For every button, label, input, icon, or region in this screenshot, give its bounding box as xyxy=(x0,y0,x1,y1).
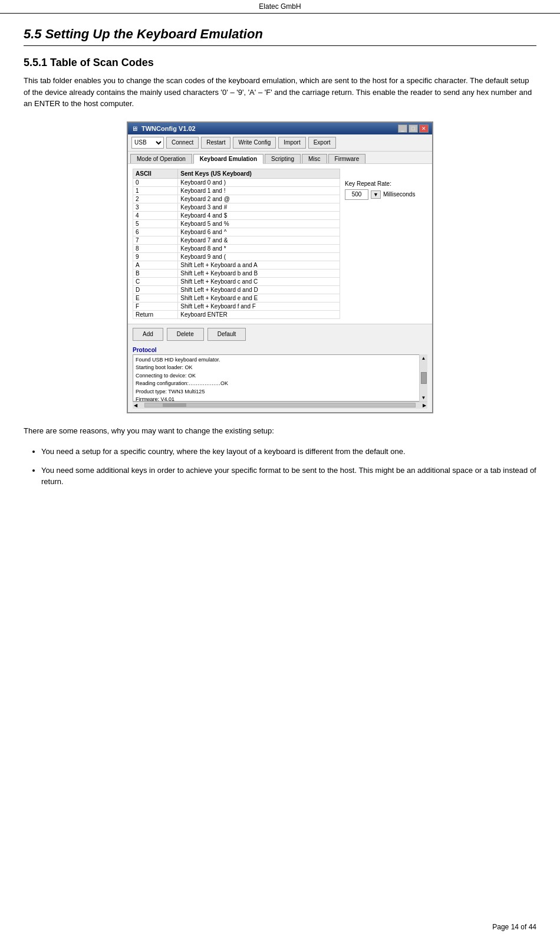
import-button[interactable]: Import xyxy=(278,137,305,149)
sent-keys-cell: Keyboard 3 and # xyxy=(178,203,340,211)
table-row: CShift Left + Keyboard c and C xyxy=(133,277,340,285)
ascii-cell: 2 xyxy=(133,195,178,203)
protocol-line: Firmware: V4.01 xyxy=(136,396,419,402)
scan-table: ASCII Sent Keys (US Keyboard) 0Keyboard … xyxy=(133,169,340,319)
sent-keys-cell: Shift Left + Keyboard f and F xyxy=(178,302,340,310)
table-row: BShift Left + Keyboard b and B xyxy=(133,269,340,277)
sent-keys-cell: Keyboard 2 and @ xyxy=(178,195,340,203)
intro-text: This tab folder enables you to change th… xyxy=(24,75,536,110)
protocol-line: Product type: TWN3 Multi125 xyxy=(136,388,419,396)
col-sent-keys: Sent Keys (US Keyboard) xyxy=(178,169,340,178)
protocol-box: Found USB HID keyboard emulator.Starting… xyxy=(133,354,427,402)
sent-keys-cell: Shift Left + Keyboard a and A xyxy=(178,261,340,269)
sent-keys-cell: Keyboard 7 and & xyxy=(178,236,340,244)
side-panel: Key Repeat Rate: ▼ Milliseconds xyxy=(345,169,427,319)
header-bar: Elatec GmbH xyxy=(0,0,560,14)
tab-keyboard-emulation[interactable]: Keyboard Emulation xyxy=(193,154,263,164)
write-config-button[interactable]: Write Config xyxy=(233,137,276,149)
sent-keys-cell: Keyboard 5 and % xyxy=(178,219,340,228)
window-title: TWNConfig V1.02 xyxy=(141,125,196,132)
milliseconds-label: Milliseconds xyxy=(383,191,415,198)
table-row: FShift Left + Keyboard f and F xyxy=(133,302,340,310)
protocol-line: Reading configuration:………………OK xyxy=(136,380,419,388)
ascii-cell: 0 xyxy=(133,178,178,186)
ascii-cell: 9 xyxy=(133,252,178,261)
connection-select[interactable]: USB xyxy=(131,137,164,149)
toolbar: USB Connect Restart Write Config Import … xyxy=(128,134,432,152)
key-repeat-label: Key Repeat Rate: xyxy=(345,180,391,187)
sent-keys-cell: Keyboard 8 and * xyxy=(178,244,340,252)
title-bar: 🖥 TWNConfig V1.02 _ □ ✕ xyxy=(128,123,432,134)
tab-misc[interactable]: Misc xyxy=(302,154,327,163)
ascii-cell: Return xyxy=(133,310,178,318)
table-row: 2Keyboard 2 and @ xyxy=(133,195,340,203)
h-scrollbar[interactable]: ◀ ▶ xyxy=(133,402,427,409)
col-ascii: ASCII xyxy=(133,169,178,178)
sent-keys-cell: Shift Left + Keyboard e and E xyxy=(178,294,340,302)
page-content: 5.5 Setting Up the Keyboard Emulation 5.… xyxy=(0,21,560,530)
sent-keys-cell: Keyboard 0 and ) xyxy=(178,178,340,186)
restart-button[interactable]: Restart xyxy=(201,137,230,149)
h-scroll-track xyxy=(144,403,416,407)
protocol-area: Found USB HID keyboard emulator.Starting… xyxy=(133,354,427,402)
protocol-line: Connecting to device: OK xyxy=(136,372,419,380)
protocol-scrollbar[interactable]: ▲ ▼ xyxy=(419,354,427,402)
protocol-label: Protocol xyxy=(133,347,427,353)
table-row: 4Keyboard 4 and $ xyxy=(133,211,340,219)
table-row: 7Keyboard 7 and & xyxy=(133,236,340,244)
section-title: 5.5 Setting Up the Keyboard Emulation xyxy=(24,27,536,46)
protocol-line: Found USB HID keyboard emulator. xyxy=(136,356,419,364)
table-row: ReturnKeyboard ENTER xyxy=(133,310,340,318)
default-button[interactable]: Default xyxy=(207,328,246,341)
sent-keys-cell: Keyboard 6 and ^ xyxy=(178,228,340,236)
table-row: 5Keyboard 5 and % xyxy=(133,219,340,228)
title-bar-buttons: _ □ ✕ xyxy=(398,124,429,133)
ascii-cell: E xyxy=(133,294,178,302)
footer: Page 14 of 44 xyxy=(492,923,536,931)
sent-keys-cell: Shift Left + Keyboard b and B xyxy=(178,269,340,277)
h-scroll-thumb xyxy=(163,403,186,407)
delete-button[interactable]: Delete xyxy=(167,328,204,341)
ascii-cell: F xyxy=(133,302,178,310)
add-button[interactable]: Add xyxy=(133,328,163,341)
sent-keys-cell: Keyboard 1 and ! xyxy=(178,186,340,195)
table-row: 6Keyboard 6 and ^ xyxy=(133,228,340,236)
close-button[interactable]: ✕ xyxy=(419,124,429,133)
sent-keys-cell: Keyboard 9 and ( xyxy=(178,252,340,261)
tab-scripting[interactable]: Scripting xyxy=(265,154,301,163)
tab-firmware[interactable]: Firmware xyxy=(328,154,366,163)
ascii-cell: A xyxy=(133,261,178,269)
table-row: 9Keyboard 9 and ( xyxy=(133,252,340,261)
ascii-cell: 6 xyxy=(133,228,178,236)
change-reasons-text: There are some reasons, why you may want… xyxy=(24,425,536,437)
table-row: 1Keyboard 1 and ! xyxy=(133,186,340,195)
key-repeat-dropdown-icon[interactable]: ▼ xyxy=(371,190,381,199)
tab-mode-of-operation[interactable]: Mode of Operation xyxy=(130,154,192,163)
minimize-button[interactable]: _ xyxy=(398,124,407,133)
page-info: Page 14 of 44 xyxy=(492,923,536,931)
table-row: EShift Left + Keyboard e and E xyxy=(133,294,340,302)
sent-keys-cell: Keyboard 4 and $ xyxy=(178,211,340,219)
bullet-item-2: You need some additional keys in order t… xyxy=(41,465,536,488)
key-repeat-input[interactable] xyxy=(345,189,368,200)
main-content: ASCII Sent Keys (US Keyboard) 0Keyboard … xyxy=(128,164,432,324)
maximize-button[interactable]: □ xyxy=(409,124,418,133)
connect-button[interactable]: Connect xyxy=(166,137,199,149)
action-buttons: Add Delete Default xyxy=(128,324,432,344)
ascii-cell: 4 xyxy=(133,211,178,219)
sent-keys-cell: Keyboard ENTER xyxy=(178,310,340,318)
subsection-title: 5.5.1 Table of Scan Codes xyxy=(24,57,536,69)
table-section: ASCII Sent Keys (US Keyboard) 0Keyboard … xyxy=(133,169,340,319)
table-row: 8Keyboard 8 and * xyxy=(133,244,340,252)
sent-keys-cell: Shift Left + Keyboard d and D xyxy=(178,285,340,294)
ascii-cell: 1 xyxy=(133,186,178,195)
export-button[interactable]: Export xyxy=(308,137,336,149)
protocol-section: Protocol Found USB HID keyboard emulator… xyxy=(128,344,432,412)
tabs-bar: Mode of Operation Keyboard Emulation Scr… xyxy=(128,152,432,164)
ascii-cell: 5 xyxy=(133,219,178,228)
ascii-cell: 7 xyxy=(133,236,178,244)
table-row: AShift Left + Keyboard a and A xyxy=(133,261,340,269)
bullet-item-1: You need a setup for a specific country,… xyxy=(41,446,536,458)
app-window-container: 🖥 TWNConfig V1.02 _ □ ✕ USB Connect Rest… xyxy=(24,121,536,413)
table-row: DShift Left + Keyboard d and D xyxy=(133,285,340,294)
